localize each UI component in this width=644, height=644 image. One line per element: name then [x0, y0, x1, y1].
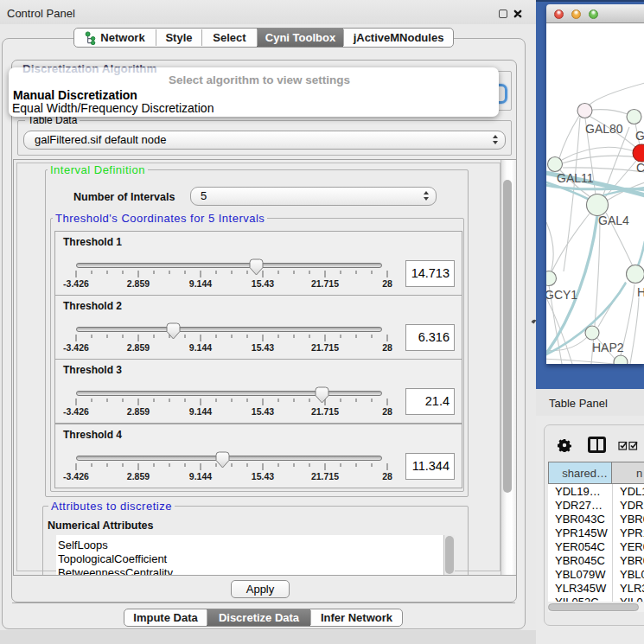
svg-text:GAL11: GAL11 [557, 171, 594, 185]
svg-text:C: C [636, 161, 644, 175]
svg-text:GAL4: GAL4 [598, 214, 629, 227]
svg-text:H: H [637, 285, 644, 299]
svg-text:GAL80: GAL80 [585, 122, 623, 136]
svg-text:GCY1: GCY1 [546, 288, 577, 302]
svg-text:GA: GA [635, 129, 644, 143]
svg-text:HAP2: HAP2 [592, 341, 624, 354]
